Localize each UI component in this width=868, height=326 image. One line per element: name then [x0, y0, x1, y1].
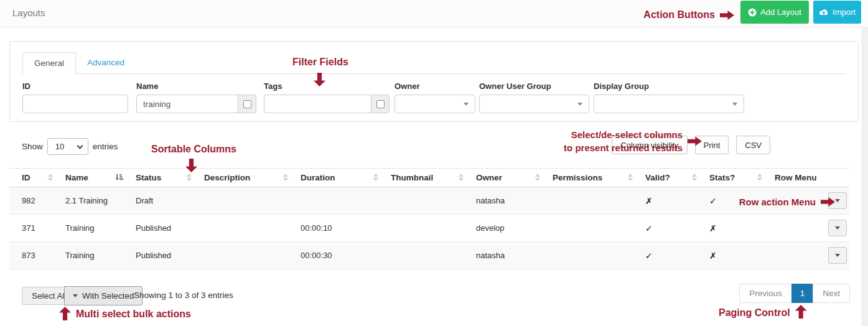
cell-permissions: [553, 242, 645, 269]
cell-owner: develop: [476, 215, 553, 242]
row-menu-button[interactable]: [828, 247, 847, 264]
sort-icon: [187, 174, 192, 181]
with-selected-label: With Selected: [82, 291, 134, 300]
pagination: Previous 1 Next: [740, 284, 850, 303]
vertical-scrollbar[interactable]: [862, 27, 868, 326]
cell-name: Training: [65, 215, 136, 242]
cell-thumbnail: [391, 187, 476, 215]
cell-id: 982: [9, 187, 65, 215]
column-header-duration[interactable]: Duration: [301, 169, 391, 187]
check-icon: ✓: [709, 196, 717, 206]
with-selected-dropdown-button[interactable]: With Selected: [64, 286, 142, 305]
column-header-label: Stats?: [709, 173, 750, 182]
cell-name: Training: [65, 242, 136, 269]
cell-permissions: [553, 215, 645, 242]
cell-description: [204, 215, 301, 242]
column-header-label: Description: [204, 173, 265, 182]
select-caret-icon: [577, 103, 582, 106]
page-number-button[interactable]: 1: [791, 284, 814, 303]
annotation-right-arrow-icon: [688, 136, 702, 147]
column-header-name[interactable]: Name: [65, 169, 136, 187]
tab-general[interactable]: General: [22, 52, 76, 74]
display-group-filter-label: Display Group: [594, 82, 744, 91]
check-icon: ✓: [645, 223, 653, 233]
tags-filter-checkbox-addon: [371, 95, 390, 113]
name-filter-input[interactable]: [136, 95, 238, 113]
cell-description: [204, 187, 301, 215]
id-filter-input[interactable]: [22, 95, 128, 113]
annotation-row-action-menu: Row action Menu: [739, 197, 835, 207]
name-exact-match-checkbox[interactable]: [243, 100, 251, 108]
column-header-thumbnail[interactable]: Thumbnail: [391, 169, 476, 187]
annotation-multi-select-label: Multi select bulk actions: [76, 309, 191, 320]
tags-filter-input[interactable]: [264, 95, 371, 113]
csv-button[interactable]: CSV: [736, 136, 770, 154]
column-header-owner[interactable]: Owner: [476, 169, 553, 187]
display-group-filter-select[interactable]: [594, 95, 744, 113]
import-button[interactable]: Import: [813, 1, 861, 24]
column-header-description[interactable]: Description: [204, 169, 301, 187]
cell-row-menu: [775, 242, 849, 269]
annotation-up-arrow-icon: [59, 307, 71, 320]
tab-advanced[interactable]: Advanced: [76, 52, 136, 73]
sort-amount-icon: [115, 174, 123, 183]
annotation-right-arrow-icon: [720, 10, 734, 21]
column-header-stats[interactable]: Stats?: [709, 169, 775, 187]
annotation-row-action-menu-label: Row action Menu: [739, 197, 816, 207]
column-header-permissions[interactable]: Permissions: [553, 169, 645, 187]
cell-valid: ✓: [645, 215, 709, 242]
column-header-valid[interactable]: Valid?: [645, 169, 709, 187]
owner-user-group-filter-label: Owner User Group: [479, 82, 589, 91]
owner-filter-label: Owner: [394, 82, 475, 91]
sort-icon: [283, 174, 288, 181]
table-header-row: IDNameStatusDescriptionDurationThumbnail…: [9, 169, 849, 187]
sort-icon: [628, 174, 633, 181]
annotation-action-buttons: Action Buttons: [643, 9, 734, 21]
annotation-filter-fields: Filter Fields: [292, 57, 348, 68]
annotation-select-columns-line1: Select/de-select columns: [571, 129, 683, 140]
tags-filter-label: Tags: [264, 82, 390, 91]
annotation-up-arrow-icon: [795, 305, 807, 319]
tags-exact-match-checkbox[interactable]: [376, 100, 385, 108]
cell-owner: natasha: [476, 187, 553, 215]
annotation-multi-select: Multi select bulk actions: [59, 307, 191, 320]
caret-down-icon: [835, 254, 840, 257]
cell-status: Published: [136, 242, 204, 269]
name-filter-label: Name: [136, 82, 256, 91]
sort-icon: [48, 174, 53, 181]
previous-page-button[interactable]: Previous: [739, 284, 792, 303]
column-header-status[interactable]: Status: [136, 169, 204, 187]
column-header-label: Name: [65, 173, 103, 182]
page-length-select[interactable]: 10: [47, 138, 88, 155]
table-row[interactable]: 371TrainingPublished00:00:10develop✓✗: [9, 215, 849, 242]
filter-tabs: General Advanced: [22, 52, 846, 74]
chevron-down-icon: [77, 143, 83, 149]
column-header-label: Row Menu: [775, 173, 832, 182]
owner-filter-select[interactable]: [394, 95, 475, 113]
table-row[interactable]: 873TrainingPublished00:00:30natasha✓✗: [9, 242, 849, 269]
cell-stats: ✗: [709, 242, 775, 269]
filter-panel: General Advanced ID Name Tags: [9, 41, 859, 122]
import-button-label: Import: [833, 7, 856, 17]
table-row[interactable]: 9822.1 TrainingDraftnatasha✗✓: [9, 187, 849, 215]
column-header-label: Thumbnail: [391, 173, 448, 182]
cell-row-menu: [775, 215, 849, 242]
owner-user-group-filter-select[interactable]: [479, 95, 589, 113]
next-page-button[interactable]: Next: [813, 284, 850, 303]
layouts-table: IDNameStatusDescriptionDurationThumbnail…: [9, 168, 849, 269]
annotation-sortable-columns-label: Sortable Columns: [151, 144, 236, 155]
column-header-id[interactable]: ID: [9, 169, 65, 187]
cell-thumbnail: [391, 242, 476, 269]
add-layout-button[interactable]: Add Layout: [740, 1, 809, 24]
cell-id: 371: [9, 215, 65, 242]
cell-status: Published: [136, 215, 204, 242]
filter-fields-row: ID Name Tags: [10, 74, 858, 113]
row-menu-button[interactable]: [828, 220, 847, 236]
page-title: Layouts: [12, 0, 45, 26]
cell-description: [204, 242, 301, 269]
sort-icon: [535, 174, 540, 181]
annotation-paging-control-label: Paging Control: [719, 307, 790, 319]
id-filter-label: ID: [22, 82, 128, 91]
cell-id: 873: [9, 242, 65, 269]
plus-circle-icon: [748, 8, 757, 17]
